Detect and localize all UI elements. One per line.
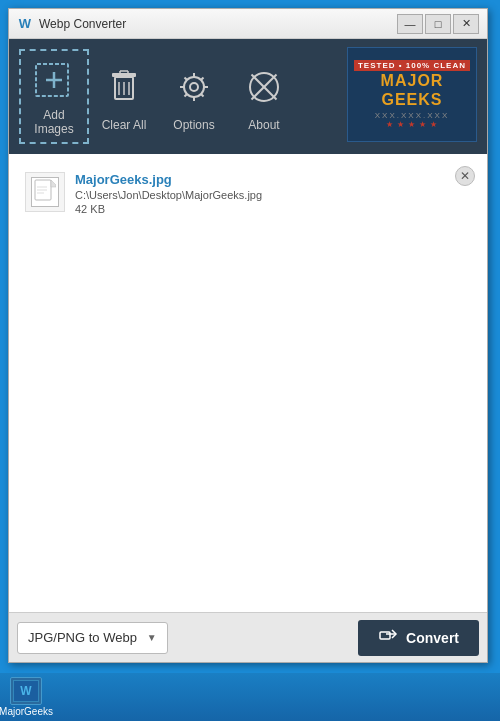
main-window: W Webp Converter — □ ✕ Add Images [8,8,488,663]
format-label: JPG/PNG to Webp [28,630,137,645]
svg-line-19 [201,77,204,80]
taskbar-label: MajorGeeks [0,706,53,717]
file-size: 42 KB [75,203,471,215]
taskbar-thumb: W [10,677,42,705]
taskbar-app-icon[interactable]: W MajorGeeks [4,675,48,719]
options-icon [169,62,219,112]
file-icon [25,172,65,212]
taskbar-mini-logo: W [13,680,39,702]
app-logo: W [17,16,33,32]
file-item: MajorGeeks.jpg C:\Users\Jon\Desktop\Majo… [19,164,477,223]
format-select[interactable]: JPG/PNG to Webp ▼ [17,622,168,654]
convert-button[interactable]: Convert [358,620,479,656]
file-name: MajorGeeks.jpg [75,172,471,187]
svg-marker-28 [51,180,56,187]
taskbar: W MajorGeeks [0,673,500,721]
clear-all-button[interactable]: Clear All [89,49,159,144]
add-images-button[interactable]: Add Images [19,49,89,144]
about-icon [239,62,289,112]
convert-icon [378,628,398,648]
minimize-button[interactable]: — [397,14,423,34]
content-area: MajorGeeks.jpg C:\Users\Jon\Desktop\Majo… [9,154,487,612]
about-button[interactable]: About [229,49,299,144]
file-info: MajorGeeks.jpg C:\Users\Jon\Desktop\Majo… [75,172,471,215]
svg-point-12 [190,83,198,91]
convert-label: Convert [406,630,459,646]
options-button[interactable]: Options [159,49,229,144]
svg-line-17 [185,77,188,80]
add-images-label: Add Images [25,108,83,136]
ad-stars: ★ ★ ★ ★ ★ [386,120,439,129]
ad-logo: MAJOR GEEKS [381,71,444,109]
close-button[interactable]: ✕ [453,14,479,34]
add-images-icon [29,58,79,102]
clear-all-icon [99,62,149,112]
file-path: C:\Users\Jon\Desktop\MajorGeeks.jpg [75,189,471,201]
ad-sublabel: XXX.XXX.XXX [375,111,449,120]
remove-file-button[interactable]: ✕ [455,166,475,186]
clear-all-label: Clear All [102,118,147,132]
options-label: Options [173,118,214,132]
about-label: About [248,118,279,132]
ad-banner: TESTED • 100% CLEAN MAJOR GEEKS XXX.XXX.… [347,47,477,142]
ad-badge: TESTED • 100% CLEAN [354,60,470,71]
bottom-bar: JPG/PNG to Webp ▼ Convert [9,612,487,662]
title-bar: W Webp Converter — □ ✕ [9,9,487,39]
toolbar: Add Images Clear All [9,39,487,154]
window-title: Webp Converter [39,17,397,31]
file-icon-inner [31,177,59,207]
svg-line-20 [185,93,188,96]
maximize-button[interactable]: □ [425,14,451,34]
window-controls: — □ ✕ [397,14,479,34]
format-arrow: ▼ [147,632,157,643]
svg-rect-29 [380,632,390,639]
svg-line-18 [201,93,204,96]
